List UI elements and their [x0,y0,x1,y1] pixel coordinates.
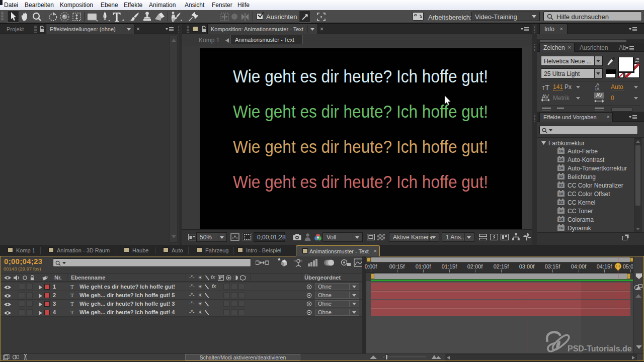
svg-text:Wie geht es dir heute? Ich hof: Wie geht es dir heute? Ich hoffe gut! [233,137,488,156]
svg-text:Wie geht es dir heute? Ich hof: Wie geht es dir heute? Ich hoffe gut! [233,172,488,192]
svg-text:Wie geht es dir heute? Ich hof: Wie geht es dir heute? Ich hoffe gut! [233,102,488,121]
svg-text:IA: IA [595,86,600,91]
svg-text:PSD-Tutorials.de: PSD-Tutorials.de [568,344,632,353]
svg-text:Wie geht es dir heute? Ich hof: Wie geht es dir heute? Ich hoffe gut! [233,66,488,86]
